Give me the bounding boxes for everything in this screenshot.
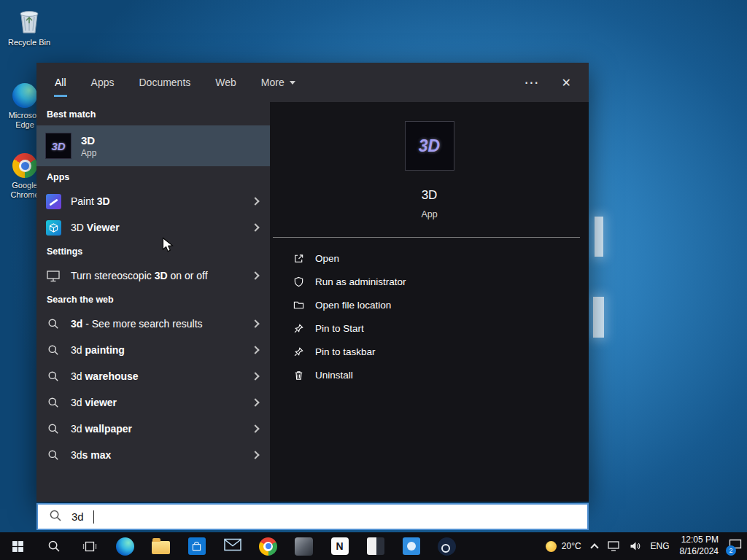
taskbar-notion[interactable]: N [322,532,357,560]
3d-viewer-icon [45,219,61,236]
action-pin-to-taskbar[interactable]: Pin to taskbar [292,340,589,363]
web-suggestion[interactable]: 3d - See more search results [36,311,270,337]
action-pin-to-start[interactable]: Pin to Start [292,316,589,340]
notification-badge: 2 [726,545,736,556]
section-header-best-match: Best match [36,104,270,125]
result-stereoscopic-setting[interactable]: Turn stereoscopic 3D on or off [36,262,270,289]
action-center[interactable]: 2 [724,532,747,560]
action-uninstall[interactable]: Uninstall [292,363,589,386]
edge-icon [12,83,37,108]
web-suggestion[interactable]: 3d painting [36,337,270,363]
divider [273,237,580,238]
weather-widget[interactable]: 20°C [541,532,587,560]
chrome-icon [259,537,277,556]
sun-icon [546,541,557,552]
tab-apps[interactable]: Apps [90,74,115,91]
web-suggestion[interactable]: 3d warehouse [36,363,270,389]
temperature: 20°C [562,541,581,551]
monitor-icon [45,268,61,284]
more-options-icon[interactable]: ⋯ [525,74,540,91]
search-icon [45,421,61,437]
desktop-icon-recycle-bin[interactable]: Recycle Bin [6,6,53,47]
result-preview-pane: 3D 3D App Open Ru [270,102,589,502]
chrome-icon [12,153,37,178]
wallpaper-light-streak [593,297,604,338]
taskbar-app-2[interactable] [357,532,393,560]
chevron-up-icon [590,543,598,551]
chevron-right-icon[interactable] [251,346,259,354]
app-icon [367,537,384,555]
date: 8/16/2024 [680,546,719,558]
language-indicator[interactable]: ENG [646,532,675,560]
pin-icon [292,322,305,335]
preview-app-type: App [421,209,437,219]
task-view-button[interactable] [71,532,107,560]
network-status[interactable] [603,532,624,560]
chevron-right-icon[interactable] [251,451,259,459]
best-match-subtitle: App [81,148,96,158]
steam-icon [438,537,456,556]
best-match-title: 3D [81,134,96,147]
tab-documents[interactable]: Documents [138,74,191,91]
best-match-result[interactable]: 3D 3D App [36,125,270,166]
taskbar-steam[interactable] [429,532,465,560]
edge-icon [116,537,134,556]
tab-all[interactable]: All [54,74,67,91]
taskbar-mail[interactable] [214,532,250,560]
chevron-right-icon[interactable] [251,319,259,327]
taskbar-edge[interactable] [107,532,143,560]
show-hidden-icons[interactable] [587,532,603,560]
3d-app-icon: 3D [45,133,71,159]
network-icon [608,541,619,551]
chevron-right-icon[interactable] [251,398,259,406]
web-suggestion[interactable]: 3d wallpaper [36,416,270,442]
action-run-as-administrator[interactable]: Run as administrator [292,270,589,293]
chevron-down-icon [290,81,295,85]
action-open-file-location[interactable]: Open file location [292,293,589,316]
time: 12:05 PM [681,534,719,546]
action-open[interactable]: Open [292,246,589,270]
chevron-right-icon[interactable] [251,424,259,432]
chevron-right-icon[interactable] [251,271,259,279]
speaker-icon [630,541,640,551]
search-icon [45,447,61,463]
result-3d-viewer[interactable]: 3D Viewer [36,214,270,241]
web-suggestion[interactable]: 3d viewer [36,389,270,416]
search-flyout: All Apps Documents Web More ⋯ ✕ Best mat… [36,63,589,502]
tab-more[interactable]: More [260,74,296,91]
app-icon [403,537,420,555]
search-query-text: 3d [71,510,84,523]
clock[interactable]: 12:05 PM 8/16/2024 [675,532,724,560]
start-button[interactable] [0,532,36,560]
search-results-list: Best match 3D 3D App Apps Paint 3D [36,102,270,502]
web-suggestion[interactable]: 3ds max [36,442,270,468]
preview-app-name: 3D [422,188,438,203]
close-icon[interactable]: ✕ [562,76,571,90]
section-header-apps: Apps [36,166,270,188]
chevron-right-icon[interactable] [251,372,259,380]
taskbar-app-1[interactable] [286,532,322,560]
volume-control[interactable] [624,532,646,560]
search-input[interactable]: 3d [36,503,589,530]
app-icon [295,537,313,556]
tab-web[interactable]: Web [214,74,237,91]
open-icon [292,252,305,265]
taskbar-search-button[interactable] [36,532,71,560]
pin-icon [292,345,305,358]
paint-3d-icon [45,193,61,209]
search-icon [49,509,62,525]
notion-icon: N [331,537,349,555]
taskbar-file-explorer[interactable] [143,532,179,560]
wallpaper-light-streak [595,217,603,257]
trash-icon [292,368,305,381]
chevron-right-icon[interactable] [251,223,259,231]
chevron-right-icon[interactable] [251,197,259,205]
taskbar-chrome[interactable] [250,532,286,560]
3d-app-icon-large: 3D [405,121,454,171]
file-explorer-icon [152,541,170,554]
taskbar-store[interactable] [179,532,214,560]
result-paint-3d[interactable]: Paint 3D [36,188,270,214]
context-actions: Open Run as administrator Open file loca… [270,246,589,386]
desktop-icon-label: Recycle Bin [6,38,53,47]
taskbar-app-3[interactable] [393,532,429,560]
